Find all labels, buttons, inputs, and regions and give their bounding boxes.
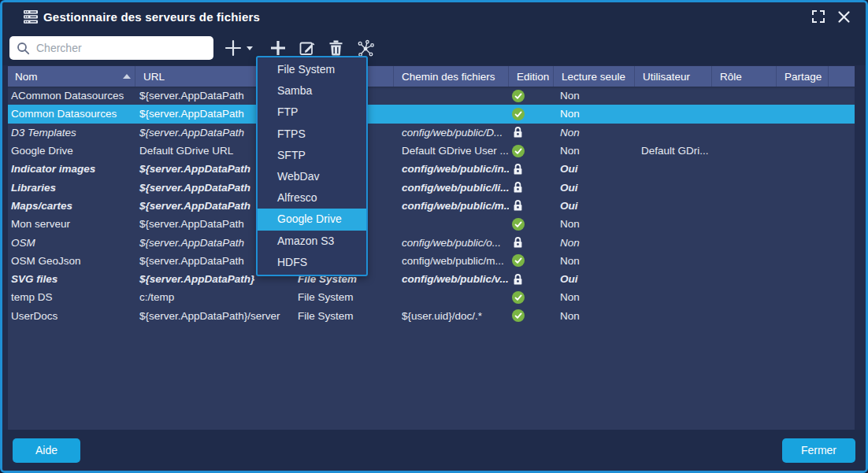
cell-share	[777, 160, 829, 178]
menu-item-amazon-s3[interactable]: Amazon S3	[258, 231, 366, 252]
cell-edition	[509, 197, 554, 215]
cell-readonly: Non	[554, 105, 635, 123]
table-row[interactable]: OSM GeoJson${server.AppDataPathconfig/we…	[8, 252, 855, 270]
cell-path: config/web/public/m...	[394, 252, 509, 270]
column-header-readonly[interactable]: Lecture seule	[554, 66, 635, 87]
table-row[interactable]: Google DriveDefault GDrive URLDefault GD…	[8, 142, 855, 160]
cell-edition	[509, 178, 554, 196]
cell-nom: UserDocs	[8, 307, 135, 325]
cell-path: config/web/public/v...	[394, 270, 509, 288]
table-row[interactable]: Mon serveur${server.AppDataPath Non	[8, 215, 855, 233]
close-dialog-button[interactable]: Fermer	[782, 438, 855, 463]
cell-edition	[509, 87, 554, 105]
sort-ascending-icon	[123, 74, 131, 79]
close-button[interactable]	[836, 9, 851, 24]
cell-nom: Mon serveur	[8, 215, 135, 233]
menu-item-alfresco[interactable]: Alfresco	[258, 187, 366, 209]
locked-icon	[512, 199, 524, 212]
cell-user	[635, 215, 712, 233]
column-header-nom[interactable]: Nom	[8, 66, 135, 87]
cell-type: File System	[293, 288, 394, 306]
table-row[interactable]: D3 Templates${server.AppDataPathconfig/w…	[8, 124, 855, 142]
menu-item-samba[interactable]: Samba	[258, 80, 366, 102]
cell-share	[777, 124, 829, 142]
cell-role	[712, 142, 777, 160]
add-server-menu-button[interactable]	[224, 36, 258, 60]
cell-edition	[509, 252, 554, 270]
dialog-content: NomURLChemin des fichiersEditionLecture …	[2, 65, 866, 430]
cell-nom: SVG files	[8, 270, 135, 288]
cell-url: c:/temp	[135, 288, 293, 306]
trash-icon	[328, 39, 344, 57]
cell-path	[394, 288, 509, 306]
locked-icon	[512, 236, 524, 249]
table-row[interactable]: ACommon Datasources${server.AppDataPath …	[8, 87, 855, 105]
cell-role	[712, 160, 777, 178]
menu-item-google-drive[interactable]: Google Drive	[258, 209, 366, 230]
menu-item-webdav[interactable]: WebDav	[258, 166, 366, 187]
file-server-manager-dialog: Gestionnaire des serveurs de fichiers	[0, 0, 868, 473]
table-row[interactable]: UserDocs${server.AppDataPath}/serverFile…	[8, 307, 855, 325]
menu-item-hdfs[interactable]: HDFS	[258, 252, 366, 273]
cell-role	[712, 87, 777, 105]
cell-edition	[509, 288, 554, 306]
cell-path	[394, 105, 509, 123]
menu-item-ftps[interactable]: FTPS	[258, 124, 366, 145]
table-row[interactable]: Indicator images${server.AppDataPathconf…	[8, 160, 855, 178]
cell-readonly: Non	[554, 215, 635, 233]
column-label: Nom	[15, 71, 38, 83]
edit-allowed-check-icon	[512, 291, 525, 304]
cell-nom: Google Drive	[8, 142, 135, 160]
cell-share	[777, 215, 829, 233]
column-header-path[interactable]: Chemin des fichiers	[394, 66, 509, 87]
cell-role	[712, 124, 777, 142]
cell-share	[777, 87, 829, 105]
cell-path	[394, 87, 509, 105]
cell-role	[712, 252, 777, 270]
table-header: NomURLChemin des fichiersEditionLecture …	[8, 66, 855, 87]
locked-icon	[512, 163, 524, 176]
table-row[interactable]: SVG files${server.AppDataPath}File Syste…	[8, 270, 855, 288]
cell-user	[635, 252, 712, 270]
cell-share	[777, 252, 829, 270]
cell-role	[712, 105, 777, 123]
cell-share	[777, 288, 829, 306]
table-row[interactable]: Common Datasources${server.AppDataPath N…	[8, 105, 855, 123]
caret-down-icon	[246, 46, 254, 51]
table-row[interactable]: temp DSc:/tempFile System Non	[8, 288, 855, 306]
search-box[interactable]	[9, 36, 213, 60]
cell-user	[635, 87, 712, 105]
column-label: Chemin des fichiers	[402, 71, 495, 83]
edit-allowed-check-icon	[512, 254, 525, 267]
column-label: Partage	[785, 71, 822, 83]
column-label: Lecture seule	[562, 71, 625, 83]
edit-allowed-check-icon	[512, 108, 525, 120]
help-button[interactable]: Aide	[13, 438, 80, 463]
maximize-button[interactable]	[811, 9, 826, 24]
cell-readonly: Non	[554, 142, 635, 160]
locked-icon	[512, 181, 524, 194]
cell-user	[635, 124, 712, 142]
server-stack-icon	[24, 10, 38, 24]
menu-item-ftp[interactable]: FTP	[258, 102, 366, 123]
menu-item-sftp[interactable]: SFTP	[258, 145, 366, 166]
column-header-edition[interactable]: Edition	[509, 66, 554, 87]
cell-user: Default GDri...	[635, 142, 712, 160]
column-header-share[interactable]: Partage	[777, 66, 829, 87]
cell-share	[777, 142, 829, 160]
search-input[interactable]	[30, 42, 206, 54]
cell-nom: Libraries	[8, 178, 135, 196]
table-row[interactable]: OSM${server.AppDataPathconfig/web/public…	[8, 233, 855, 251]
column-header-role[interactable]: Rôle	[712, 66, 777, 87]
cell-readonly: Non	[554, 288, 635, 306]
column-header-user[interactable]: Utilisateur	[635, 66, 712, 87]
plus-icon	[224, 39, 243, 57]
menu-item-file-system[interactable]: File System	[258, 59, 366, 80]
maximize-icon	[811, 9, 825, 24]
cell-path: Default GDrive User ...	[394, 142, 509, 160]
cell-share	[777, 197, 829, 215]
cell-readonly: Oui	[554, 178, 635, 196]
table-row[interactable]: Maps/cartes${server.AppDataPathconfig/we…	[8, 197, 855, 215]
table-row[interactable]: Libraries${server.AppDataPathconfig/web/…	[8, 178, 855, 196]
cell-nom: Common Datasources	[8, 105, 135, 123]
